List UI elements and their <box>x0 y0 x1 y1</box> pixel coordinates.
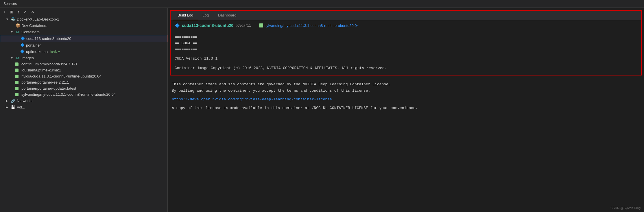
chevron-networks: ▶ <box>6 99 9 102</box>
tree-item-volumes[interactable]: ▶ 💾 Vol... <box>0 104 167 110</box>
images-folder-label: Images <box>21 56 34 60</box>
image-img5-icon <box>15 87 19 90</box>
tab-dashboard[interactable]: Dashboard <box>213 11 241 20</box>
chevron-images: ▼ <box>10 56 14 60</box>
below-line-2: By pulling and using the container, you … <box>172 88 640 94</box>
img6-label: sylvanding/my-cuda:11.3.1-cudnn8-runtime… <box>21 92 116 97</box>
img5-label: portainer/portainer-updater:latest <box>21 86 76 91</box>
networks-label: Networks <box>17 99 32 103</box>
tree-item-dev-containers[interactable]: 📦 Dev Containers <box>0 22 167 29</box>
build-log-panel: Build Log Log Dashboard 🔷 cuda113-cudnn8… <box>170 10 642 75</box>
tree-item-img4[interactable]: portainer/portainer-ee:2.21.1 <box>0 79 167 85</box>
portainer-label: portainer <box>26 43 41 47</box>
log-line-version: CUDA Version 11.3.1 <box>175 56 637 62</box>
img3-label: nvidia/cuda:11.3.1-cudnn8-runtime-ubuntu… <box>21 74 102 78</box>
chevron-containers: ▼ <box>10 30 14 34</box>
log-line-cuda: == CUDA == <box>175 40 637 47</box>
docker-icon: 🐳 <box>11 17 15 21</box>
chevron-docker-host: ▼ <box>6 18 9 21</box>
containers-folder-label: Containers <box>21 30 40 34</box>
img4-label: portainer/portainer-ee:2.21.1 <box>21 80 69 84</box>
container-uptime-icon: 🔷 <box>20 49 25 54</box>
container-header-icon: 🔷 <box>175 23 180 28</box>
image-img3-icon <box>15 75 19 78</box>
expand-button[interactable]: ⤢ <box>22 9 28 15</box>
tree-item-cuda113[interactable]: 🔷 cuda113-cudnn8-ubuntu20 <box>0 35 167 42</box>
tree-item-img1[interactable]: continuumio/miniconda3:24.7.1-0 <box>0 61 167 67</box>
license-link[interactable]: https://developer.nvidia.com/ngc/nvidia-… <box>172 97 332 102</box>
chevron-volumes: ▶ <box>6 106 9 109</box>
image-img6-icon <box>15 93 19 96</box>
below-line-3: A copy of this license is made available… <box>172 105 640 111</box>
grid-button[interactable]: ⊞ <box>9 9 14 15</box>
tree-item-img2[interactable]: louislam/uptime-kuma:1 <box>0 67 167 73</box>
img1-label: continuumio/miniconda3:24.7.1-0 <box>21 62 77 66</box>
log-line-copyright: Container image Copyright (c) 2016-2023,… <box>175 65 637 71</box>
sidebar: + ⊞ ↑ ⤢ ✕ ▼ 🐳 Docker-XuLab-Desktop-1 📦 D… <box>0 8 168 212</box>
tree-item-img6[interactable]: sylvanding/my-cuda:11.3.1-cudnn8-runtime… <box>0 91 167 97</box>
services-title: Services <box>3 2 17 6</box>
sidebar-toolbar: + ⊞ ↑ ⤢ ✕ <box>0 8 167 16</box>
content-area: Build Log Log Dashboard 🔷 cuda113-cudnn8… <box>168 8 644 212</box>
tree-item-portainer[interactable]: 🔷 portainer <box>0 42 167 48</box>
dev-containers-label: Dev Containers <box>21 23 47 28</box>
cuda-label: cuda113-cudnn8-ubuntu20 <box>26 36 71 41</box>
image-img4-icon <box>15 81 19 84</box>
image-link[interactable]: sylvanding/my-cuda:11.3.1-cudnn8-runtime… <box>265 23 359 28</box>
top-bar: Services <box>0 0 644 8</box>
tree-item-img3[interactable]: nvidia/cuda:11.3.1-cudnn8-runtime-ubuntu… <box>0 73 167 79</box>
tab-bar: Build Log Log Dashboard <box>171 11 641 20</box>
tree-item-networks[interactable]: ▶ 🔗 Networks <box>0 97 167 104</box>
add-button[interactable]: + <box>2 9 7 15</box>
watermark: CSDN @Sylvan Ding <box>610 206 641 210</box>
container-hash: bc8da711 <box>236 23 251 27</box>
log-line-sep2: ========== <box>175 47 637 53</box>
below-line-1: This container image and its contents ar… <box>172 81 640 88</box>
tab-log[interactable]: Log <box>198 11 213 20</box>
image-badge: sylvanding/my-cuda:11.3.1-cudnn8-runtime… <box>259 23 359 28</box>
log-body: ========== == CUDA == ========== CUDA Ve… <box>171 31 641 75</box>
dev-containers-icon: 📦 <box>15 23 20 28</box>
images-folder-icon: 🗂 <box>15 56 20 60</box>
below-panel: This container image and its contents ar… <box>168 78 644 212</box>
healthy-badge: healthy <box>50 50 60 53</box>
log-header: 🔷 cuda113-cudnn8-ubuntu20 bc8da711 sylva… <box>171 20 641 31</box>
image-img1-icon <box>15 62 19 66</box>
docker-host-label: Docker-XuLab-Desktop-1 <box>17 17 59 21</box>
img2-label: louislam/uptime-kuma:1 <box>21 68 61 72</box>
image-img2-icon <box>15 69 19 72</box>
volumes-label: Vol... <box>17 105 25 109</box>
container-cuda-icon: 🔷 <box>20 36 25 41</box>
tab-build-log[interactable]: Build Log <box>173 11 198 20</box>
log-line-sep1: ========== <box>175 34 637 40</box>
container-portainer-icon: 🔷 <box>20 43 25 47</box>
tree-item-docker-host[interactable]: ▼ 🐳 Docker-XuLab-Desktop-1 <box>0 16 167 22</box>
volumes-icon: 💾 <box>11 105 15 109</box>
containers-folder-icon: 🗂 <box>15 30 20 34</box>
collapse-button[interactable]: ✕ <box>30 9 36 15</box>
refresh-button[interactable]: ↑ <box>16 9 21 15</box>
tree-item-containers-folder[interactable]: ▼ 🗂 Containers <box>0 29 167 35</box>
uptime-kuma-label: uptime-kuma <box>26 49 48 54</box>
container-name-header: cuda113-cudnn8-ubuntu20 <box>182 23 233 28</box>
tree-item-uptime-kuma[interactable]: 🔷 uptime-kuma healthy <box>0 48 167 55</box>
tree-item-img5[interactable]: portainer/portainer-updater:latest <box>0 85 167 91</box>
tree-item-images-folder[interactable]: ▼ 🗂 Images <box>0 55 167 61</box>
image-badge-icon <box>259 23 263 27</box>
networks-icon: 🔗 <box>11 98 15 103</box>
